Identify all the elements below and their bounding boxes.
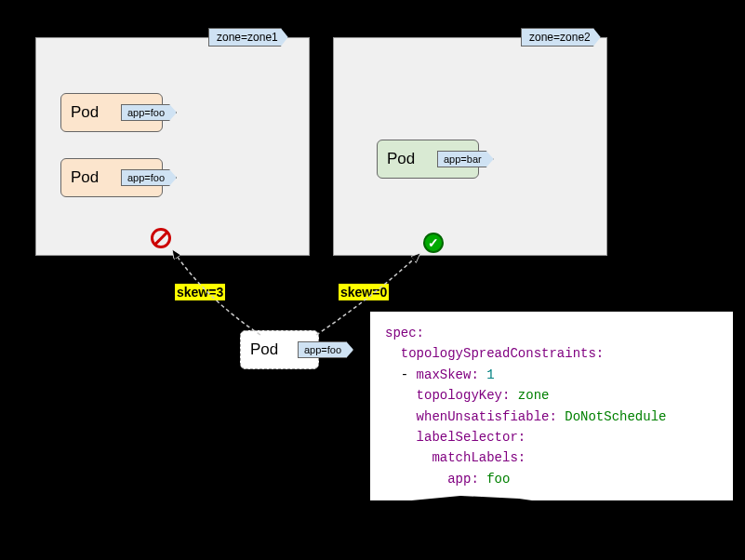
yaml-spec: spec: topologySpreadConstraints: - maxSk… — [370, 312, 733, 500]
pod-label: Pod — [71, 168, 99, 187]
zone1-box — [35, 37, 310, 256]
blocked-icon — [151, 228, 171, 248]
skew-zone1: skew=3 — [175, 284, 225, 300]
pod-foo-2-app: app=foo — [121, 169, 177, 186]
pod-label: Pod — [250, 340, 278, 359]
allowed-icon — [423, 233, 444, 253]
zone1-label: zone=zone1 — [208, 28, 288, 47]
pod-label: Pod — [387, 150, 415, 168]
zone2-label: zone=zone2 — [521, 28, 601, 47]
pod-bar-app: app=bar — [437, 151, 494, 167]
pod-foo-1-app: app=foo — [121, 104, 177, 121]
skew-zone2: skew=0 — [339, 284, 389, 300]
pod-label: Pod — [71, 103, 99, 122]
pod-new-app: app=foo — [298, 341, 353, 358]
